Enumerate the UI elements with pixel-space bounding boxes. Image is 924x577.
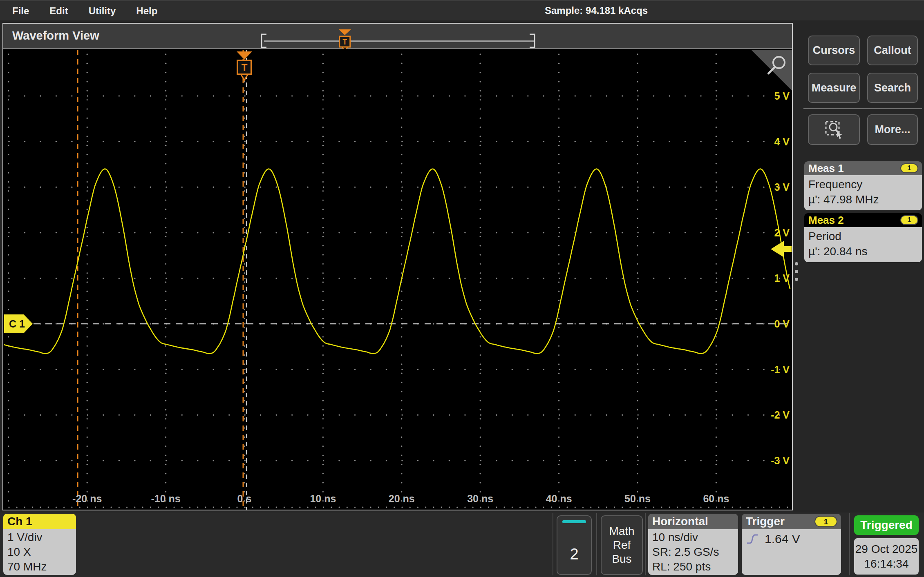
meas2-name: Period — [808, 229, 922, 244]
ch1-badge-title: Ch 1 — [7, 515, 32, 528]
meas1-name: Frequency — [808, 177, 922, 192]
minimap-trigger-arrow — [339, 29, 351, 35]
time-label: 30 ns — [467, 493, 493, 504]
time-label: 10 ns — [310, 493, 336, 504]
volt-label: 2 V — [774, 227, 790, 238]
measure-button[interactable]: Measure — [808, 73, 860, 103]
trigger-status-indicator: Triggered — [854, 515, 919, 535]
area-zoom-icon — [825, 120, 843, 139]
ch1-scale: 1 V/div — [7, 530, 76, 545]
trigger-level-value: 1.64 V — [765, 532, 800, 546]
time-label: -20 ns — [72, 493, 102, 504]
volt-label: 5 V — [774, 90, 790, 102]
svg-text:T: T — [342, 38, 347, 46]
time-label: 0 s — [237, 493, 252, 504]
meas1-result-card[interactable]: Meas 1 1 Frequency µ': 47.98 MHz — [804, 161, 922, 210]
horizontal-badge-body: 10 ns/div SR: 2.5 GS/s RL: 250 pts — [648, 529, 738, 575]
meas1-body: Frequency µ': 47.98 MHz — [804, 175, 922, 210]
meas1-title: Meas 1 — [808, 162, 844, 175]
results-sidebar: Cursors Callout Measure Search More... M… — [802, 23, 924, 510]
volt-label: 1 V — [774, 272, 790, 284]
volt-label: -3 V — [771, 455, 790, 466]
meas2-title: Meas 2 — [808, 214, 844, 227]
menu-file[interactable]: File — [12, 5, 29, 17]
meas1-header: Meas 1 1 — [804, 161, 922, 175]
menu-bar: File Edit Utility Help — [0, 0, 924, 20]
meas2-header: Meas 2 1 — [804, 213, 922, 227]
meas1-value: µ': 47.98 MHz — [808, 192, 922, 207]
horizontal-scale: 10 ns/div — [652, 530, 738, 545]
ch1-handle-flag[interactable]: C 1 — [4, 314, 33, 333]
time-label: 40 ns — [546, 493, 572, 504]
volt-label: -1 V — [771, 364, 790, 375]
cursors-button[interactable]: Cursors — [808, 36, 860, 65]
menu-help[interactable]: Help — [136, 5, 157, 17]
graticule-grid — [8, 53, 788, 508]
ch1-probe-atten: 10 X — [7, 545, 76, 559]
volt-label: 3 V — [774, 181, 790, 193]
time-label: 60 ns — [703, 493, 729, 504]
meas2-value: µ': 20.84 ns — [808, 244, 922, 259]
time-label: 20 ns — [389, 493, 415, 504]
sample-acquisition-count: Sample: 94.181 kAcqs — [545, 5, 648, 16]
waveform-plot-area[interactable]: 5 V4 V3 V2 V1 V0 V-1 V-2 V-3 V-20 ns-10 … — [3, 50, 792, 510]
trigger-badge-body: 1.64 V — [742, 529, 841, 575]
meas2-result-card[interactable]: Meas 2 1 Period µ': 20.84 ns — [804, 213, 922, 262]
trigger-source-badge: 1 — [814, 516, 837, 527]
meas2-source-badge: 1 — [900, 215, 918, 225]
svg-text:T: T — [242, 62, 248, 73]
ch2-color-bar — [562, 520, 586, 523]
trigger-level-arrow[interactable] — [771, 241, 792, 257]
meas1-source-badge: 1 — [900, 163, 918, 173]
ch2-add-button[interactable]: 2 — [557, 515, 592, 575]
separator — [596, 513, 597, 575]
date-value: 29 Oct 2025 — [855, 542, 918, 557]
horizontal-badge[interactable]: Horizontal 10 ns/div SR: 2.5 GS/s RL: 25… — [648, 514, 738, 575]
trigger-badge-title: Trigger — [746, 515, 785, 528]
menu-utility[interactable]: Utility — [89, 5, 116, 17]
ch1-badge-header: Ch 1 — [3, 514, 76, 529]
ch1-bandwidth: 70 MHz — [7, 559, 76, 574]
time-label: 50 ns — [624, 493, 651, 504]
ch1-badge-body: 1 V/div 10 X 70 MHz — [3, 529, 76, 575]
search-button[interactable]: Search — [867, 73, 918, 103]
sidebar-separator — [803, 108, 922, 109]
corner-zoom-flap[interactable] — [751, 50, 792, 91]
menu-edit[interactable]: Edit — [49, 5, 68, 17]
trigger-position-flag[interactable]: T — [237, 51, 252, 80]
datetime-display: 29 Oct 2025 16:14:34 — [854, 538, 919, 575]
time-value: 16:14:34 — [864, 557, 909, 571]
volt-label: 0 V — [774, 318, 790, 330]
rising-edge-icon — [746, 532, 759, 546]
meas2-body: Period µ': 20.84 ns — [804, 227, 922, 262]
volt-label: 4 V — [774, 136, 790, 147]
sample-rate: SR: 2.5 GS/s — [652, 545, 738, 559]
axis-labels: 5 V4 V3 V2 V1 V0 V-1 V-2 V-3 V-20 ns-10 … — [72, 90, 790, 504]
volt-label: -2 V — [771, 409, 790, 421]
trigger-badge-header: Trigger 1 — [742, 514, 841, 529]
area-zoom-button[interactable] — [808, 114, 860, 145]
record-length: RL: 250 pts — [652, 559, 738, 574]
separator — [849, 513, 850, 575]
separator — [553, 513, 553, 575]
settings-bar: Ch 1 1 V/div 10 X 70 MHz 2 Math Ref Bus … — [0, 512, 924, 577]
ref-label: Ref — [613, 538, 631, 552]
time-label: -10 ns — [151, 493, 180, 504]
svg-text:C 1: C 1 — [9, 318, 25, 330]
math-label: Math — [609, 524, 634, 538]
panel-divider-grip[interactable] — [794, 262, 799, 283]
ch2-button-label: 2 — [557, 546, 591, 563]
waveform-view-panel: Waveform View T 5 V4 V3 V2 V1 V0 V-1 V-2… — [2, 23, 793, 510]
callout-button[interactable]: Callout — [867, 36, 918, 65]
horizontal-badge-header: Horizontal — [648, 514, 738, 529]
record-view-minimap[interactable]: T — [3, 24, 792, 49]
bus-label: Bus — [612, 552, 631, 566]
waveform-view-header: Waveform View T — [3, 24, 792, 49]
ch1-badge[interactable]: Ch 1 1 V/div 10 X 70 MHz — [3, 514, 76, 575]
math-ref-bus-button[interactable]: Math Ref Bus — [601, 515, 643, 575]
trigger-badge[interactable]: Trigger 1 1.64 V — [742, 514, 841, 575]
ch1-waveform-trace — [4, 169, 790, 354]
separator — [645, 513, 646, 575]
more-button[interactable]: More... — [867, 114, 918, 145]
horizontal-badge-title: Horizontal — [652, 515, 708, 528]
